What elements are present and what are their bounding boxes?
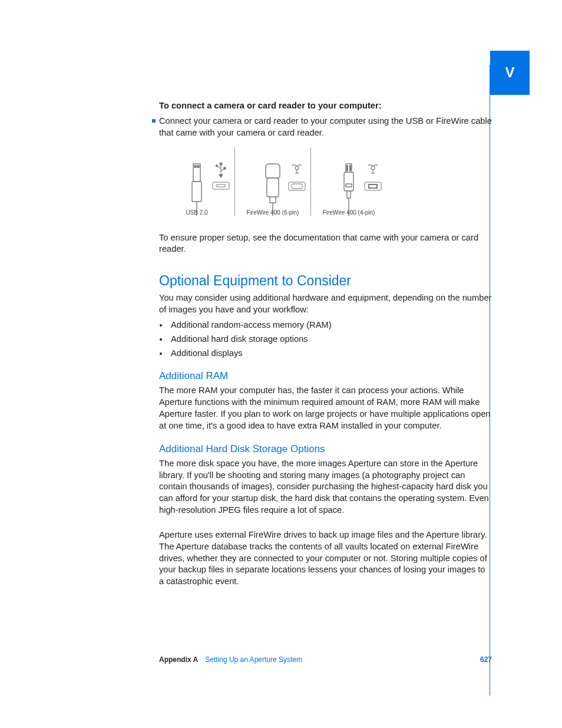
svg-rect-17	[346, 165, 348, 171]
list-item: Additional displays	[168, 348, 492, 360]
connector-firewire-6pin: FireWire 400 (6-pin)	[235, 147, 311, 216]
firewire4-port-icon	[364, 182, 382, 191]
svg-rect-1	[194, 166, 196, 167]
svg-rect-19	[344, 172, 353, 191]
hdd-heading: Additional Hard Disk Storage Options	[159, 443, 492, 456]
hdd-body-1: The more disk space you have, the more i…	[159, 458, 492, 516]
footer-title: Setting Up an Aperture System	[205, 655, 302, 664]
svg-rect-12	[270, 197, 276, 203]
usb-port-icon	[212, 182, 230, 190]
section-tab: V	[490, 51, 530, 95]
firewire6-plug-icon	[262, 163, 283, 216]
ram-body: The more RAM your computer has, the fast…	[159, 385, 492, 431]
firewire-logo-icon	[290, 162, 303, 174]
svg-rect-26	[369, 185, 376, 187]
page-content: To connect a camera or card reader to yo…	[159, 100, 492, 591]
svg-rect-8	[224, 167, 226, 169]
ram-heading: Additional RAM	[159, 370, 492, 383]
footer-appendix: Appendix A	[159, 655, 198, 664]
svg-rect-11	[267, 178, 279, 197]
list-item: Additional random-access memory (RAM)	[168, 319, 492, 331]
footer-page-number: 627	[480, 655, 492, 664]
svg-point-7	[216, 164, 218, 166]
intro-bullet-text: Connect your camera or card reader to yo…	[159, 116, 492, 139]
svg-rect-10	[217, 185, 225, 187]
svg-rect-3	[192, 182, 201, 202]
post-diagram-text: To ensure proper setup, see the document…	[159, 232, 492, 256]
section-heading: Optional Equipment to Consider	[159, 272, 492, 290]
connector-label: FireWire 400 (4-pin)	[323, 209, 375, 217]
equipment-list: Additional random-access memory (RAM) Ad…	[159, 319, 492, 360]
svg-rect-2	[197, 166, 199, 167]
svg-rect-20	[346, 184, 352, 187]
connector-diagram: USB 2.0 FireWire 4	[159, 147, 492, 216]
tab-letter: V	[505, 63, 514, 82]
usb-plug-icon	[189, 163, 205, 216]
firewire4-plug-icon	[340, 163, 357, 216]
svg-rect-18	[349, 165, 351, 171]
connector-usb: USB 2.0	[159, 147, 235, 216]
connector-label: FireWire 400 (6-pin)	[247, 209, 299, 217]
svg-point-5	[220, 163, 222, 165]
firewire-logo-icon	[366, 162, 379, 174]
connector-firewire-4pin: FireWire 400 (4-pin)	[311, 147, 386, 216]
bullet-icon	[152, 119, 156, 123]
connector-label: USB 2.0	[186, 209, 207, 217]
svg-point-14	[295, 166, 299, 170]
svg-point-23	[371, 166, 375, 170]
list-item: Additional hard disk storage options	[168, 334, 492, 345]
usb-logo-icon	[214, 162, 227, 178]
intro-heading: To connect a camera or card reader to yo…	[159, 100, 492, 112]
page-footer: Appendix A Setting Up an Aperture System…	[159, 655, 492, 664]
section-intro: You may consider using additional hardwa…	[159, 292, 492, 316]
svg-rect-21	[347, 191, 351, 198]
hdd-body-2: Aperture uses external FireWire drives t…	[159, 529, 492, 588]
firewire6-port-icon	[288, 182, 306, 191]
